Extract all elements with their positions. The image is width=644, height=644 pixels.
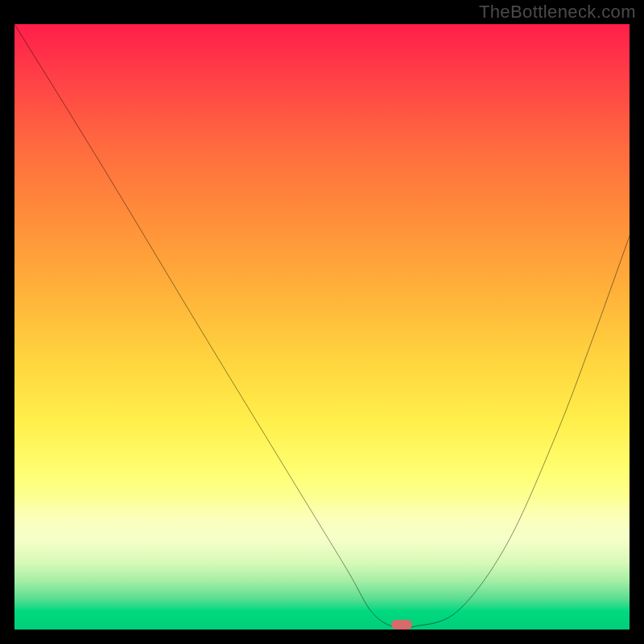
bottleneck-curve bbox=[14, 24, 630, 630]
light-band bbox=[14, 497, 630, 557]
plot-area bbox=[14, 24, 630, 630]
watermark-text: TheBottleneck.com bbox=[479, 2, 636, 23]
optimal-marker bbox=[391, 620, 412, 630]
chart-frame: TheBottleneck.com bbox=[0, 0, 644, 644]
